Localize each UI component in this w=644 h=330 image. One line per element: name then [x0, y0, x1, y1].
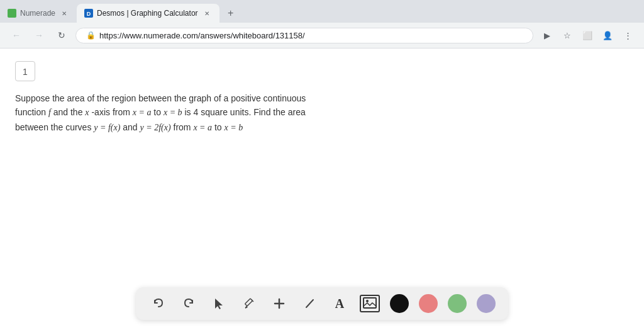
select-icon [212, 297, 226, 310]
drawing-toolbar: A [136, 287, 508, 320]
browser-toolbar-right: ▶ ☆ ⬜ 👤 ⋮ [538, 26, 636, 44]
address-bar: ← → ↻ 🔒 https://www.numerade.com/answers… [0, 23, 644, 48]
color-green[interactable] [448, 294, 467, 313]
tab-bar: Numerade ✕ D Desmos | Graphing Calculato… [0, 0, 644, 23]
image-button[interactable] [360, 295, 380, 312]
desmos-favicon: D [84, 9, 93, 18]
question-text: Suppose the area of the region between t… [15, 91, 317, 135]
tab-desmos[interactable]: D Desmos | Graphing Calculator ✕ [77, 4, 219, 23]
svg-rect-3 [245, 299, 253, 306]
pencil-icon [242, 297, 256, 310]
profile-button[interactable]: 👤 [599, 26, 616, 44]
new-tab-button[interactable]: + [222, 4, 240, 22]
x-eq-a2: x = a [193, 123, 212, 132]
reload-button[interactable]: ↻ [53, 26, 70, 44]
back-button[interactable]: ← [8, 26, 25, 44]
tab-numerade-label: Numerade [20, 9, 55, 18]
to-text: to [151, 107, 163, 117]
and-xaxis: and the [51, 107, 86, 117]
pencil-button[interactable] [239, 293, 259, 314]
media-button[interactable]: ▶ [538, 26, 556, 44]
undo-button[interactable] [148, 293, 169, 314]
lock-icon: 🔒 [86, 31, 96, 40]
undo-icon [152, 297, 165, 310]
color-pink[interactable] [419, 294, 438, 313]
svg-rect-10 [364, 298, 376, 308]
x-eq-b: x = b [164, 108, 182, 117]
tab-numerade-close[interactable]: ✕ [59, 8, 69, 18]
forward-button[interactable]: → [30, 26, 48, 44]
redo-icon [182, 297, 196, 310]
address-text: https://www.numerade.com/answers/whitebo… [99, 31, 305, 40]
tab-numerade[interactable]: Numerade ✕ [0, 4, 77, 23]
extension-button[interactable]: ⬜ [579, 26, 596, 44]
y-eq-fx: y = f(x) [94, 123, 120, 132]
axis-from: -axis from [89, 107, 133, 117]
image-icon [363, 297, 377, 310]
tab-desmos-label: Desmos | Graphing Calculator [97, 9, 198, 18]
select-button[interactable] [209, 293, 229, 314]
menu-button[interactable]: ⋮ [619, 26, 636, 44]
from2-text: from [171, 122, 194, 132]
address-input[interactable]: 🔒 https://www.numerade.com/answers/white… [75, 28, 533, 43]
x-eq-a: x = a [133, 108, 152, 117]
page-number: 1 [15, 61, 35, 81]
color-purple[interactable] [477, 294, 496, 313]
x-eq-b2: x = b [225, 123, 243, 132]
bookmark-button[interactable]: ☆ [558, 26, 576, 44]
page-content: 1 Suppose the area of the region between… [0, 48, 644, 293]
svg-point-11 [366, 300, 369, 302]
line-icon [303, 297, 316, 310]
svg-text:D: D [87, 11, 91, 17]
numerade-favicon [8, 9, 16, 18]
y-eq-2fx: y = 2f(x) [140, 123, 171, 132]
text-button[interactable]: A [330, 293, 350, 314]
redo-button[interactable] [179, 293, 199, 314]
browser-chrome: Numerade ✕ D Desmos | Graphing Calculato… [0, 0, 644, 48]
svg-marker-2 [215, 299, 223, 309]
line-button[interactable] [299, 293, 319, 314]
color-black[interactable] [390, 294, 409, 313]
and2-text: and [120, 122, 140, 132]
plus-icon [272, 297, 286, 310]
add-button[interactable] [269, 293, 289, 314]
tab-desmos-close[interactable]: ✕ [202, 8, 212, 18]
to2-text: to [212, 122, 224, 132]
text-icon: A [335, 297, 344, 311]
svg-line-9 [306, 300, 313, 307]
